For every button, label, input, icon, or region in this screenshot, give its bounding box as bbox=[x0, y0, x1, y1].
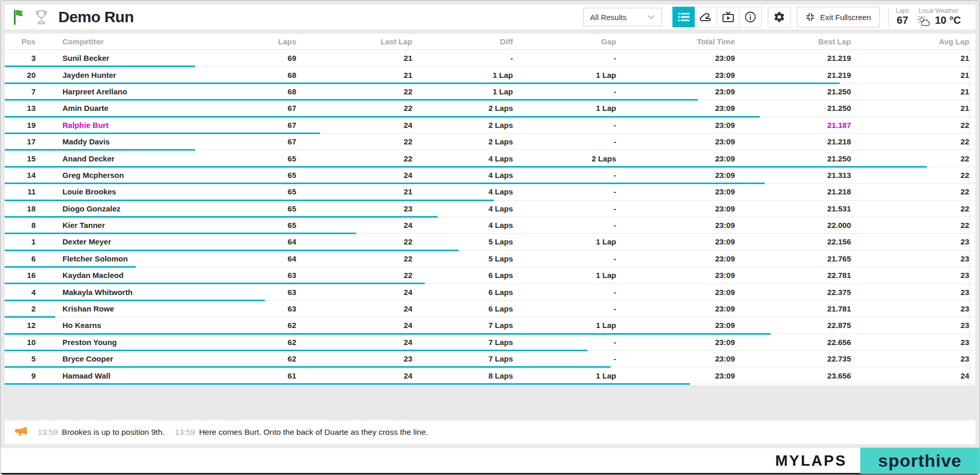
gap-cell: 2 Laps bbox=[513, 154, 616, 163]
avg-lap-cell: 22 bbox=[851, 154, 969, 163]
sporthive-logo: sporthive bbox=[860, 448, 979, 474]
total-time-cell: 23:09 bbox=[616, 221, 735, 230]
announcement-item: 13:59 Here comes Burt. Onto the back of … bbox=[175, 428, 428, 437]
table-row[interactable]: 20 Jayden Hunter 68 21 1 Lap 1 Lap 23:09… bbox=[5, 67, 975, 83]
pos-cell: 19 bbox=[10, 121, 36, 129]
top-toolbar: Demo Run All Results bbox=[5, 5, 975, 29]
table-row[interactable]: 11 Louie Brookes 65 21 4 Laps - 23:09 21… bbox=[5, 184, 975, 200]
laps-cell: 65 bbox=[217, 171, 296, 179]
header-laps: Laps bbox=[217, 37, 296, 46]
competitor-cell: Maddy Davis bbox=[62, 137, 217, 146]
pos-cell: 12 bbox=[10, 321, 36, 330]
last-lap-cell: 23 bbox=[296, 354, 412, 363]
table-row[interactable]: 5 Bryce Cooper 62 23 7 Laps - 23:09 22.7… bbox=[5, 351, 975, 367]
track-view-button[interactable] bbox=[695, 7, 717, 27]
competitor-cell: Greg Mcpherson bbox=[62, 171, 217, 179]
table-row[interactable]: 2 Krishan Rowe 63 24 6 Laps - 23:09 21.7… bbox=[5, 301, 975, 317]
total-time-cell: 23:09 bbox=[616, 271, 735, 280]
competitor-cell: Kaydan Macleod bbox=[62, 271, 217, 280]
laps-cell: 62 bbox=[217, 354, 296, 363]
pos-cell: 17 bbox=[10, 137, 36, 146]
gap-cell: - bbox=[513, 354, 616, 363]
settings-button[interactable] bbox=[768, 7, 791, 27]
results-filter-dropdown[interactable]: All Results bbox=[583, 8, 662, 26]
laps-cell: 64 bbox=[217, 254, 296, 263]
pos-cell: 8 bbox=[10, 221, 36, 230]
table-row[interactable]: 3 Sunil Becker 69 21 - - 23:09 21.219 21 bbox=[5, 50, 975, 67]
header-diff: Diff bbox=[412, 37, 513, 46]
table-row[interactable]: 17 Maddy Davis 67 22 2 Laps - 23:09 21.2… bbox=[5, 134, 975, 150]
pos-cell: 7 bbox=[10, 87, 36, 96]
pos-cell: 15 bbox=[10, 154, 36, 163]
pos-cell: 1 bbox=[10, 237, 36, 246]
avg-lap-cell: 21 bbox=[851, 104, 969, 112]
table-row[interactable]: 9 Hamaad Wall 61 24 8 Laps 1 Lap 23:09 2… bbox=[5, 367, 975, 384]
diff-cell: 7 Laps bbox=[412, 338, 513, 347]
last-lap-cell: 24 bbox=[296, 338, 412, 347]
info-icon bbox=[745, 11, 756, 23]
exit-fullscreen-button[interactable]: Exit Fullscreen bbox=[797, 7, 879, 27]
header-best-lap: Best Lap bbox=[735, 37, 851, 46]
laps-cell: 63 bbox=[217, 304, 296, 313]
total-time-cell: 23:09 bbox=[616, 137, 735, 146]
gap-cell: - bbox=[513, 54, 616, 62]
avg-lap-cell: 22 bbox=[851, 221, 969, 230]
video-view-button[interactable] bbox=[717, 7, 740, 27]
info-button[interactable] bbox=[739, 7, 762, 27]
avg-lap-cell: 23 bbox=[851, 288, 969, 297]
table-row[interactable]: 12 Ho Kearns 62 24 7 Laps 1 Lap 23:09 22… bbox=[5, 317, 975, 334]
avg-lap-cell: 21 bbox=[851, 87, 969, 96]
avg-lap-cell: 22 bbox=[851, 137, 969, 146]
competitor-cell: Diogo Gonzalez bbox=[62, 204, 217, 213]
table-row[interactable]: 10 Preston Young 62 24 7 Laps - 23:09 22… bbox=[5, 334, 975, 351]
avg-lap-cell: 23 bbox=[851, 321, 969, 330]
total-time-cell: 23:09 bbox=[616, 304, 735, 313]
table-row[interactable]: 7 Harpreet Arellano 68 22 1 Lap - 23:09 … bbox=[5, 84, 975, 100]
best-lap-cell: 22.656 bbox=[735, 338, 851, 347]
race-track-icon bbox=[699, 12, 713, 22]
table-row[interactable]: 1 Dexter Meyer 64 22 5 Laps 1 Lap 23:09 … bbox=[5, 234, 975, 250]
header-gap: Gap bbox=[513, 37, 616, 46]
last-lap-cell: 22 bbox=[296, 104, 412, 112]
total-time-cell: 23:09 bbox=[616, 237, 735, 246]
table-row[interactable]: 8 Kier Tanner 65 24 4 Laps - 23:09 22.00… bbox=[5, 217, 975, 234]
total-time-cell: 23:09 bbox=[616, 354, 735, 363]
best-lap-cell: 22.000 bbox=[735, 221, 851, 230]
avg-lap-cell: 22 bbox=[851, 121, 969, 129]
laps-counter: Laps 67 bbox=[896, 8, 909, 27]
diff-cell: 4 Laps bbox=[412, 221, 513, 230]
table-row[interactable]: 14 Greg Mcpherson 65 24 4 Laps - 23:09 2… bbox=[5, 167, 975, 184]
list-view-button[interactable] bbox=[672, 7, 695, 27]
avg-lap-cell: 23 bbox=[851, 254, 969, 263]
diff-cell: 4 Laps bbox=[412, 154, 513, 163]
best-lap-cell: 21.187 bbox=[735, 121, 851, 129]
competitor-cell: Jayden Hunter bbox=[62, 71, 217, 79]
laps-cell: 64 bbox=[217, 237, 296, 246]
pos-cell: 13 bbox=[10, 104, 36, 112]
diff-cell: 1 Lap bbox=[412, 87, 513, 96]
table-row[interactable]: 15 Anand Decker 65 22 4 Laps 2 Laps 23:0… bbox=[5, 150, 975, 167]
trophy-icon bbox=[34, 9, 49, 25]
avg-lap-cell: 22 bbox=[851, 171, 969, 179]
avg-lap-cell: 23 bbox=[851, 354, 969, 363]
weather-label: Local Weather bbox=[919, 8, 958, 15]
competitor-cell: Anand Decker bbox=[62, 154, 217, 163]
table-row[interactable]: 16 Kaydan Macleod 63 22 6 Laps 1 Lap 23:… bbox=[5, 267, 975, 284]
best-lap-cell: 21.250 bbox=[735, 87, 851, 96]
total-time-cell: 23:09 bbox=[616, 87, 735, 96]
view-toggle-group bbox=[673, 7, 762, 27]
chevron-down-icon bbox=[648, 15, 655, 20]
weather-value: 10 °C bbox=[935, 14, 961, 26]
page-title: Demo Run bbox=[58, 8, 134, 26]
table-row[interactable]: 6 Fletcher Solomon 64 22 5 Laps - 23:09 … bbox=[5, 251, 975, 267]
gap-cell: - bbox=[513, 187, 616, 196]
table-row[interactable]: 13 Amin Duarte 67 22 2 Laps 1 Lap 23:09 … bbox=[5, 100, 975, 117]
megaphone-icon bbox=[14, 426, 27, 438]
table-body: 3 Sunil Becker 69 21 - - 23:09 21.219 21… bbox=[5, 50, 975, 384]
table-row[interactable]: 18 Diogo Gonzalez 65 23 4 Laps - 23:09 2… bbox=[5, 201, 975, 217]
table-row[interactable]: 19 Ralphie Burt 67 24 2 Laps - 23:09 21.… bbox=[5, 117, 975, 134]
table-row[interactable]: 4 Makayla Whitworth 63 24 6 Laps - 23:09… bbox=[5, 284, 975, 300]
competitor-cell: Harpreet Arellano bbox=[62, 87, 217, 96]
pos-cell: 9 bbox=[10, 371, 36, 380]
laps-cell: 67 bbox=[217, 137, 296, 146]
